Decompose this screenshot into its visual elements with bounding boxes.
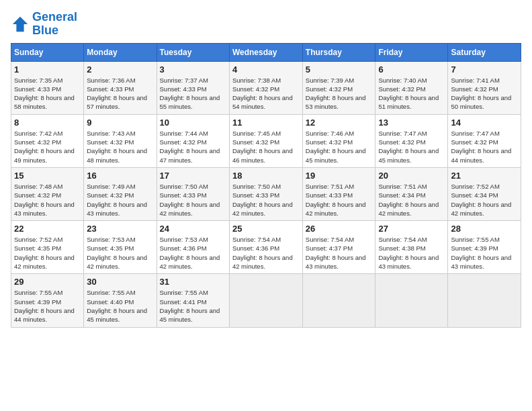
- calendar-cell: 12 Sunrise: 7:46 AM Sunset: 4:32 PM Dayl…: [302, 114, 375, 167]
- calendar-row: 22 Sunrise: 7:52 AM Sunset: 4:35 PM Dayl…: [11, 221, 521, 274]
- day-info: Sunrise: 7:49 AM Sunset: 4:32 PM Dayligh…: [87, 182, 153, 218]
- calendar-cell: 5 Sunrise: 7:39 AM Sunset: 4:32 PM Dayli…: [302, 61, 375, 114]
- day-info: Sunrise: 7:42 AM Sunset: 4:32 PM Dayligh…: [14, 129, 81, 165]
- day-info: Sunrise: 7:50 AM Sunset: 4:33 PM Dayligh…: [232, 182, 300, 218]
- day-info: Sunrise: 7:55 AM Sunset: 4:41 PM Dayligh…: [160, 288, 226, 324]
- calendar-cell: 8 Sunrise: 7:42 AM Sunset: 4:32 PM Dayli…: [11, 114, 84, 167]
- day-number: 20: [378, 171, 445, 181]
- day-number: 19: [306, 171, 373, 181]
- calendar-cell: 4 Sunrise: 7:38 AM Sunset: 4:32 PM Dayli…: [229, 61, 302, 114]
- calendar-cell: 11 Sunrise: 7:45 AM Sunset: 4:32 PM Dayl…: [229, 114, 302, 167]
- day-number: 23: [87, 224, 153, 234]
- calendar-cell: 3 Sunrise: 7:37 AM Sunset: 4:33 PM Dayli…: [157, 61, 229, 114]
- day-number: 12: [306, 118, 373, 128]
- weekday-header-row: SundayMondayTuesdayWednesdayThursdayFrid…: [11, 43, 521, 61]
- day-number: 14: [451, 118, 518, 128]
- day-number: 28: [451, 224, 518, 234]
- calendar-row: 15 Sunrise: 7:48 AM Sunset: 4:32 PM Dayl…: [11, 167, 521, 220]
- day-info: Sunrise: 7:36 AM Sunset: 4:33 PM Dayligh…: [87, 76, 153, 111]
- svg-marker-0: [13, 17, 28, 32]
- calendar-row: 1 Sunrise: 7:35 AM Sunset: 4:33 PM Dayli…: [11, 61, 521, 114]
- calendar-table: SundayMondayTuesdayWednesdayThursdayFrid…: [11, 43, 521, 328]
- day-info: Sunrise: 7:55 AM Sunset: 4:39 PM Dayligh…: [451, 235, 518, 271]
- day-number: 15: [14, 171, 81, 181]
- calendar-cell: 14 Sunrise: 7:47 AM Sunset: 4:32 PM Dayl…: [448, 114, 521, 167]
- day-info: Sunrise: 7:50 AM Sunset: 4:33 PM Dayligh…: [160, 182, 226, 218]
- logo-text: General Blue: [32, 11, 77, 38]
- day-info: Sunrise: 7:38 AM Sunset: 4:32 PM Dayligh…: [232, 76, 300, 111]
- calendar-cell: 21 Sunrise: 7:52 AM Sunset: 4:34 PM Dayl…: [448, 167, 521, 220]
- calendar-cell: 16 Sunrise: 7:49 AM Sunset: 4:32 PM Dayl…: [84, 167, 157, 220]
- weekday-header-saturday: Saturday: [448, 43, 521, 61]
- day-info: Sunrise: 7:48 AM Sunset: 4:32 PM Dayligh…: [14, 182, 81, 218]
- day-info: Sunrise: 7:40 AM Sunset: 4:32 PM Dayligh…: [378, 76, 445, 111]
- weekday-header-sunday: Sunday: [11, 43, 84, 61]
- day-info: Sunrise: 7:51 AM Sunset: 4:34 PM Dayligh…: [378, 182, 445, 218]
- day-number: 17: [160, 171, 226, 181]
- day-info: Sunrise: 7:45 AM Sunset: 4:32 PM Dayligh…: [232, 129, 300, 165]
- day-number: 29: [14, 277, 81, 287]
- day-info: Sunrise: 7:39 AM Sunset: 4:32 PM Dayligh…: [306, 76, 373, 111]
- day-number: 5: [306, 64, 373, 75]
- calendar-cell: [229, 274, 302, 327]
- day-number: 4: [232, 64, 300, 75]
- day-number: 10: [160, 118, 226, 128]
- day-info: Sunrise: 7:52 AM Sunset: 4:35 PM Dayligh…: [14, 235, 81, 271]
- day-number: 25: [232, 224, 300, 234]
- day-info: Sunrise: 7:54 AM Sunset: 4:37 PM Dayligh…: [306, 235, 373, 271]
- day-info: Sunrise: 7:44 AM Sunset: 4:32 PM Dayligh…: [160, 129, 226, 165]
- calendar-cell: 7 Sunrise: 7:41 AM Sunset: 4:32 PM Dayli…: [448, 61, 521, 114]
- day-info: Sunrise: 7:37 AM Sunset: 4:33 PM Dayligh…: [160, 76, 226, 111]
- calendar-cell: 9 Sunrise: 7:43 AM Sunset: 4:32 PM Dayli…: [84, 114, 157, 167]
- calendar-row: 29 Sunrise: 7:55 AM Sunset: 4:39 PM Dayl…: [11, 274, 521, 327]
- calendar-cell: 15 Sunrise: 7:48 AM Sunset: 4:32 PM Dayl…: [11, 167, 84, 220]
- day-info: Sunrise: 7:47 AM Sunset: 4:32 PM Dayligh…: [378, 129, 445, 165]
- logo: General Blue: [11, 11, 77, 38]
- calendar-cell: 18 Sunrise: 7:50 AM Sunset: 4:33 PM Dayl…: [229, 167, 302, 220]
- day-number: 1: [14, 64, 81, 75]
- day-info: Sunrise: 7:54 AM Sunset: 4:36 PM Dayligh…: [232, 235, 300, 271]
- day-info: Sunrise: 7:43 AM Sunset: 4:32 PM Dayligh…: [87, 129, 153, 165]
- calendar-cell: 10 Sunrise: 7:44 AM Sunset: 4:32 PM Dayl…: [157, 114, 229, 167]
- weekday-header-tuesday: Tuesday: [157, 43, 229, 61]
- calendar-cell: 29 Sunrise: 7:55 AM Sunset: 4:39 PM Dayl…: [11, 274, 84, 327]
- day-number: 31: [160, 277, 226, 287]
- day-number: 6: [378, 64, 445, 75]
- calendar-cell: 28 Sunrise: 7:55 AM Sunset: 4:39 PM Dayl…: [448, 221, 521, 274]
- day-number: 27: [378, 224, 445, 234]
- page-header: General Blue: [11, 11, 521, 38]
- calendar-body: 1 Sunrise: 7:35 AM Sunset: 4:33 PM Dayli…: [11, 61, 521, 327]
- day-number: 7: [451, 64, 518, 75]
- day-info: Sunrise: 7:54 AM Sunset: 4:38 PM Dayligh…: [378, 235, 445, 271]
- weekday-header-friday: Friday: [375, 43, 448, 61]
- day-number: 8: [14, 118, 81, 128]
- day-number: 21: [451, 171, 518, 181]
- calendar-cell: 31 Sunrise: 7:55 AM Sunset: 4:41 PM Dayl…: [157, 274, 229, 327]
- day-info: Sunrise: 7:53 AM Sunset: 4:36 PM Dayligh…: [160, 235, 226, 271]
- weekday-header-wednesday: Wednesday: [229, 43, 302, 61]
- day-number: 18: [232, 171, 300, 181]
- calendar-cell: 27 Sunrise: 7:54 AM Sunset: 4:38 PM Dayl…: [375, 221, 448, 274]
- day-info: Sunrise: 7:35 AM Sunset: 4:33 PM Dayligh…: [14, 76, 81, 111]
- calendar-cell: 20 Sunrise: 7:51 AM Sunset: 4:34 PM Dayl…: [375, 167, 448, 220]
- calendar-cell: 17 Sunrise: 7:50 AM Sunset: 4:33 PM Dayl…: [157, 167, 229, 220]
- calendar-cell: 25 Sunrise: 7:54 AM Sunset: 4:36 PM Dayl…: [229, 221, 302, 274]
- day-number: 13: [378, 118, 445, 128]
- calendar-cell: 23 Sunrise: 7:53 AM Sunset: 4:35 PM Dayl…: [84, 221, 157, 274]
- day-info: Sunrise: 7:41 AM Sunset: 4:32 PM Dayligh…: [451, 76, 518, 111]
- day-info: Sunrise: 7:55 AM Sunset: 4:40 PM Dayligh…: [87, 288, 153, 324]
- day-number: 3: [160, 64, 226, 75]
- day-info: Sunrise: 7:52 AM Sunset: 4:34 PM Dayligh…: [451, 182, 518, 218]
- calendar-cell: 26 Sunrise: 7:54 AM Sunset: 4:37 PM Dayl…: [302, 221, 375, 274]
- weekday-header-thursday: Thursday: [302, 43, 375, 61]
- day-number: 2: [87, 64, 153, 75]
- calendar-cell: 13 Sunrise: 7:47 AM Sunset: 4:32 PM Dayl…: [375, 114, 448, 167]
- calendar-cell: 19 Sunrise: 7:51 AM Sunset: 4:33 PM Dayl…: [302, 167, 375, 220]
- day-info: Sunrise: 7:55 AM Sunset: 4:39 PM Dayligh…: [14, 288, 81, 324]
- calendar-cell: 6 Sunrise: 7:40 AM Sunset: 4:32 PM Dayli…: [375, 61, 448, 114]
- calendar-cell: 22 Sunrise: 7:52 AM Sunset: 4:35 PM Dayl…: [11, 221, 84, 274]
- day-number: 16: [87, 171, 153, 181]
- logo-icon: [11, 15, 30, 34]
- calendar-cell: 2 Sunrise: 7:36 AM Sunset: 4:33 PM Dayli…: [84, 61, 157, 114]
- calendar-cell: [448, 274, 521, 327]
